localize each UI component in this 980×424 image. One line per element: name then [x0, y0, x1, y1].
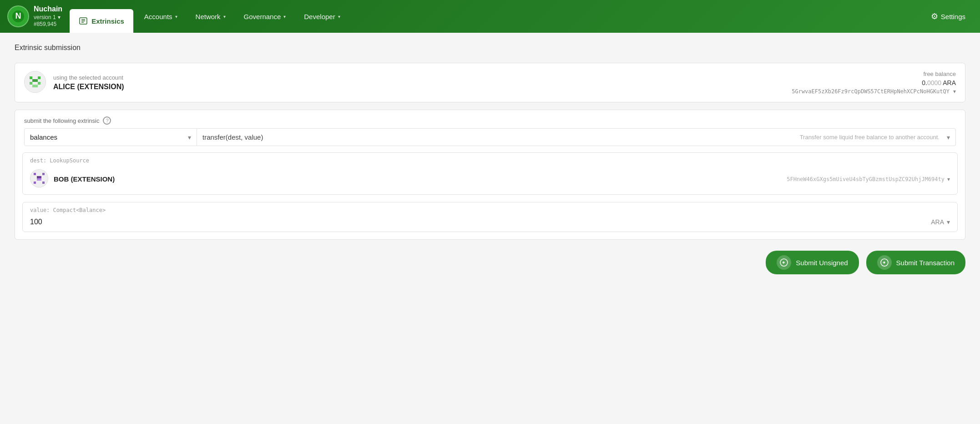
- account-row: using the selected account ALICE (EXTENS…: [15, 63, 965, 102]
- value-input[interactable]: [30, 218, 925, 226]
- submit-transaction-icon: [877, 255, 892, 270]
- dest-account-row: BOB (EXTENSION) 5FHneW46xGXgs5mUiveU4sbT…: [23, 167, 957, 194]
- balance-label: free balance: [792, 71, 956, 77]
- nav-network[interactable]: Network ▾: [188, 9, 233, 24]
- svg-rect-13: [32, 85, 35, 87]
- method-description: Transfer some liquid free balance to ano…: [800, 134, 940, 141]
- account-card: using the selected account ALICE (EXTENS…: [15, 63, 965, 102]
- app-logo: N: [7, 5, 29, 27]
- extrinsics-icon: [79, 16, 88, 25]
- module-chevron-icon: ▾: [188, 134, 191, 141]
- header: N Nuchain version 1 ▾ #859,945 Extrinsic…: [0, 0, 980, 33]
- svg-rect-22: [39, 176, 41, 178]
- network-chevron-icon: ▾: [223, 14, 226, 19]
- svg-rect-10: [35, 79, 38, 82]
- logo-area: N Nuchain version 1 ▾ #859,945: [7, 5, 62, 28]
- balance-integer: 0.: [922, 79, 927, 86]
- settings-label: Settings: [941, 13, 965, 20]
- account-dropdown-arrow-icon[interactable]: ▾: [953, 88, 956, 95]
- svg-rect-11: [30, 82, 32, 85]
- page-title: Extrinsic submission: [15, 44, 965, 52]
- balance-decimal: 0000: [927, 79, 941, 86]
- method-value: transfer(dest, value): [202, 133, 263, 141]
- svg-rect-14: [35, 85, 38, 87]
- account-address-row[interactable]: 5GrwvaEF5zXb26Fz9rcQpDWS57CtERHpNehXCPcN…: [792, 88, 956, 95]
- svg-rect-17: [34, 173, 36, 175]
- dest-address: 5FHneW46xGXgs5mUiveU4sbTyGBzmstUspZC92Uh…: [787, 176, 945, 182]
- app-title-block: Nuchain version 1 ▾ #859,945: [34, 5, 62, 28]
- account-address: 5GrwvaEF5zXb26Fz9rcQpDWS57CtERHpNehXCPcN…: [792, 88, 950, 95]
- account-balance: free balance 0.0000 ARA 5GrwvaEF5zXb26Fz…: [792, 71, 956, 95]
- balance-unit: ARA: [943, 79, 956, 86]
- nav-accounts-label: Accounts: [144, 13, 172, 20]
- dest-dropdown-arrow-icon[interactable]: ▾: [947, 176, 950, 182]
- account-label: using the selected account: [53, 74, 784, 81]
- balance-value: 0.0000 ARA: [792, 79, 956, 86]
- alice-avatar: [24, 71, 46, 94]
- module-value: balances: [30, 133, 57, 141]
- value-field-label: value: Compact<Balance>: [23, 202, 957, 216]
- svg-rect-23: [37, 178, 39, 181]
- accounts-chevron-icon: ▾: [175, 14, 177, 19]
- dest-field-label: dest: LookupSource: [23, 153, 957, 167]
- nav-developer[interactable]: Developer ▾: [297, 9, 347, 24]
- gear-icon: ⚙: [931, 11, 938, 21]
- svg-rect-7: [30, 76, 32, 79]
- nav-developer-label: Developer: [304, 13, 335, 20]
- extrinsic-header: submit the following extrinsic ?: [15, 110, 965, 125]
- unit-chevron-icon: ▾: [947, 218, 950, 226]
- main-content: Extrinsic submission: [0, 33, 980, 296]
- bob-avatar: [30, 169, 48, 189]
- extrinsic-header-label: submit the following extrinsic: [24, 117, 99, 124]
- svg-rect-24: [39, 178, 41, 181]
- svg-rect-20: [42, 182, 45, 184]
- svg-rect-8: [38, 76, 40, 79]
- tab-extrinsics[interactable]: Extrinsics: [70, 9, 133, 33]
- extrinsic-selectors: balances ▾ transfer(dest, value) Transfe…: [15, 125, 965, 152]
- value-field-card: value: Compact<Balance> ARA ▾: [22, 202, 958, 232]
- dest-address-row[interactable]: 5FHneW46xGXgs5mUiveU4sbTyGBzmstUspZC92Uh…: [787, 176, 950, 182]
- method-selector[interactable]: transfer(dest, value) Transfer some liqu…: [197, 128, 956, 146]
- submit-unsigned-label: Submit Unsigned: [796, 259, 848, 267]
- module-selector[interactable]: balances ▾: [24, 128, 197, 146]
- value-input-row: ARA ▾: [23, 216, 957, 232]
- dest-field-card: dest: LookupSource: [22, 152, 958, 195]
- submit-unsigned-icon: [777, 255, 791, 270]
- tab-extrinsics-label: Extrinsics: [91, 17, 124, 25]
- nav-network-label: Network: [196, 13, 221, 20]
- developer-chevron-icon: ▾: [338, 14, 340, 19]
- svg-rect-19: [34, 182, 36, 184]
- unit-value: ARA: [931, 218, 944, 226]
- submit-transaction-button[interactable]: Submit Transaction: [866, 251, 965, 274]
- svg-rect-18: [42, 173, 45, 175]
- account-info: using the selected account ALICE (EXTENS…: [53, 74, 784, 91]
- buttons-row: Submit Unsigned Submit Transaction: [15, 247, 965, 285]
- svg-rect-9: [32, 79, 35, 82]
- unit-selector[interactable]: ARA ▾: [931, 218, 950, 226]
- svg-rect-12: [38, 82, 40, 85]
- nav-governance[interactable]: Governance ▾: [237, 9, 293, 24]
- app-name: Nuchain: [34, 5, 62, 14]
- extrinsic-card: submit the following extrinsic ? balance…: [15, 110, 965, 240]
- account-name: ALICE (EXTENSION): [53, 83, 784, 91]
- method-chevron-icon: ▾: [947, 134, 950, 141]
- governance-chevron-icon: ▾: [283, 14, 286, 19]
- dest-account-info: BOB (EXTENSION): [54, 175, 781, 183]
- svg-text:N: N: [15, 11, 21, 20]
- settings-button[interactable]: ⚙ Settings: [924, 8, 973, 25]
- dest-name: BOB (EXTENSION): [54, 175, 781, 183]
- submit-transaction-label: Submit Transaction: [896, 259, 955, 267]
- nav-accounts[interactable]: Accounts ▾: [137, 9, 185, 24]
- app-version: version 1 ▾: [34, 14, 62, 21]
- svg-rect-21: [37, 176, 39, 178]
- submit-unsigned-button[interactable]: Submit Unsigned: [766, 251, 859, 274]
- nav-governance-label: Governance: [244, 13, 281, 20]
- help-icon[interactable]: ?: [103, 116, 111, 125]
- app-block: #859,945: [34, 21, 62, 28]
